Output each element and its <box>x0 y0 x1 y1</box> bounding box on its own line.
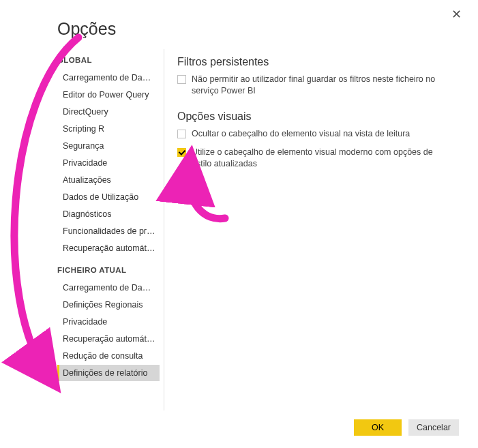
nav-global-2[interactable]: DirectQuery <box>57 104 160 120</box>
nav-global-5[interactable]: Privacidade <box>57 155 160 171</box>
nav-file-1[interactable]: Definições Regionais <box>57 297 160 313</box>
group-title-visual-options: Opções visuais <box>177 110 453 123</box>
checkbox-row-disallow-save-filters: Não permitir ao utilizador final guardar… <box>177 74 453 97</box>
checkbox-row-modern-header: Utilize o cabeçalho de elemento visual m… <box>177 147 453 170</box>
sidebar-section-global: GLOBAL <box>57 56 160 64</box>
dialog-footer: OK Cancelar <box>354 419 459 436</box>
checkbox-label: Ocultar o cabeçalho do elemento visual n… <box>192 128 453 140</box>
nav-global-6[interactable]: Atualizações <box>57 172 160 188</box>
nav-file-2[interactable]: Privacidade <box>57 314 160 330</box>
nav-global-8[interactable]: Diagnósticos <box>57 206 160 222</box>
checkbox-label: Não permitir ao utilizador final guardar… <box>192 74 453 97</box>
nav-file-0[interactable]: Carregamento de Dados <box>57 280 160 296</box>
nav-global-10[interactable]: Recuperação automática <box>57 240 160 256</box>
nav-global-7[interactable]: Dados de Utilização <box>57 189 160 205</box>
nav-global-4[interactable]: Segurança <box>57 138 160 154</box>
nav-global-0[interactable]: Carregamento de Dados <box>57 70 160 86</box>
content-pane: Filtros persistentes Não permitir ao uti… <box>177 53 453 176</box>
sidebar-section-file: FICHEIRO ATUAL <box>57 266 160 274</box>
checkbox-label: Utilize o cabeçalho de elemento visual m… <box>192 147 453 170</box>
checkbox-row-hide-header: Ocultar o cabeçalho do elemento visual n… <box>177 128 453 140</box>
group-title-persistent-filters: Filtros persistentes <box>177 56 453 68</box>
cancel-button[interactable]: Cancelar <box>408 419 459 436</box>
nav-file-3[interactable]: Recuperação automática <box>57 331 160 347</box>
ok-button[interactable]: OK <box>354 419 402 436</box>
vertical-divider <box>164 49 164 410</box>
nav-global-9[interactable]: Funcionalidades de pré… <box>57 223 160 239</box>
checkbox-disallow-save-filters[interactable] <box>177 75 186 84</box>
nav-file-5[interactable]: Definições de relatório <box>57 365 160 381</box>
nav-global-3[interactable]: Scripting R <box>57 121 160 137</box>
nav-global-1[interactable]: Editor do Power Query <box>57 87 160 103</box>
dialog-title: Opções <box>57 19 116 39</box>
sidebar: GLOBAL Carregamento de Dados Editor do P… <box>57 56 160 397</box>
options-dialog: ✕ Opções GLOBAL Carregamento de Dados Ed… <box>0 0 478 448</box>
checkbox-modern-visual-header[interactable] <box>177 148 186 157</box>
checkbox-hide-visual-header[interactable] <box>177 130 186 138</box>
nav-file-4[interactable]: Redução de consulta <box>57 348 160 364</box>
close-icon[interactable]: ✕ <box>446 4 467 25</box>
